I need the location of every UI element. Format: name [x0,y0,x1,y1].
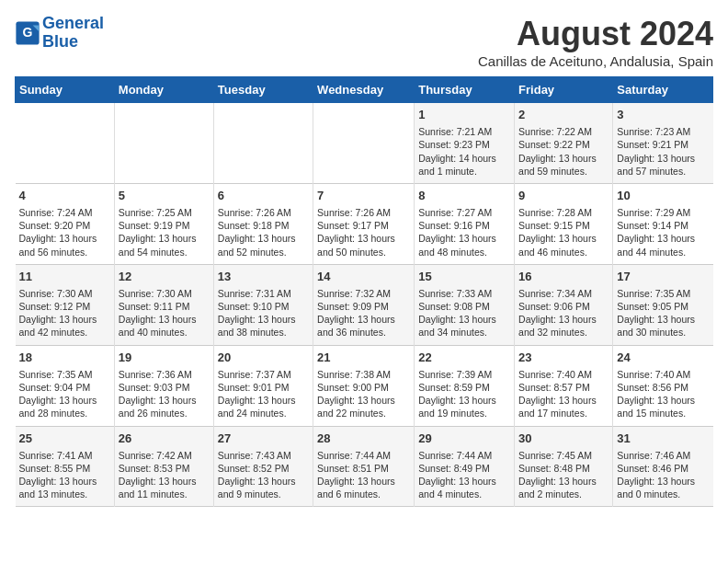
day-info: Sunset: 8:56 PM [617,381,709,394]
calendar-cell: 17Sunrise: 7:35 AMSunset: 9:05 PMDayligh… [613,264,713,345]
day-info: Daylight: 14 hours and 1 minute. [418,152,510,178]
day-info: Sunrise: 7:39 AM [418,368,510,381]
day-info: Sunrise: 7:43 AM [218,449,309,462]
day-number: 7 [317,188,410,204]
day-info: Sunset: 9:11 PM [119,300,210,313]
calendar-cell: 26Sunrise: 7:42 AMSunset: 8:53 PMDayligh… [114,426,213,507]
calendar-cell: 1Sunrise: 7:21 AMSunset: 9:23 PMDaylight… [415,103,515,184]
calendar-cell: 20Sunrise: 7:37 AMSunset: 9:01 PMDayligh… [213,345,313,426]
day-info: Sunrise: 7:26 AM [218,206,309,219]
calendar-cell: 11Sunrise: 7:30 AMSunset: 9:12 PMDayligh… [16,264,115,345]
day-number: 12 [119,269,210,285]
day-info: Sunrise: 7:33 AM [418,287,510,300]
day-info: Daylight: 13 hours and 44 minutes. [617,232,709,258]
day-number: 31 [617,431,709,447]
day-info: Sunrise: 7:36 AM [119,368,210,381]
calendar-cell: 8Sunrise: 7:27 AMSunset: 9:16 PMDaylight… [415,183,515,264]
calendar-cell: 18Sunrise: 7:35 AMSunset: 9:04 PMDayligh… [16,345,115,426]
calendar-cell: 12Sunrise: 7:30 AMSunset: 9:11 PMDayligh… [114,264,213,345]
calendar-cell: 6Sunrise: 7:26 AMSunset: 9:18 PMDaylight… [213,183,313,264]
day-info: Sunrise: 7:40 AM [518,368,609,381]
column-header-sunday: Sunday [16,77,115,103]
day-info: Daylight: 13 hours and 17 minutes. [518,394,609,419]
calendar-week-row: 11Sunrise: 7:30 AMSunset: 9:12 PMDayligh… [16,264,713,345]
column-header-monday: Monday [114,77,213,103]
day-info: Sunset: 9:06 PM [518,300,609,313]
day-info: Sunrise: 7:29 AM [617,206,709,219]
day-info: Sunset: 9:09 PM [317,300,410,313]
day-number: 27 [218,431,309,447]
calendar-cell: 9Sunrise: 7:28 AMSunset: 9:15 PMDaylight… [515,183,613,264]
day-info: Sunrise: 7:25 AM [119,206,210,219]
day-info: Sunrise: 7:45 AM [518,449,609,462]
day-number: 13 [218,269,309,285]
calendar-cell: 4Sunrise: 7:24 AMSunset: 9:20 PMDaylight… [16,183,115,264]
day-info: Sunrise: 7:21 AM [418,125,510,138]
column-header-wednesday: Wednesday [313,77,415,103]
day-info: Daylight: 13 hours and 57 minutes. [617,152,709,178]
calendar-cell: 27Sunrise: 7:43 AMSunset: 8:52 PMDayligh… [213,426,313,507]
day-info: Sunset: 9:14 PM [617,219,709,232]
day-info: Sunset: 8:55 PM [19,462,110,475]
calendar-week-row: 1Sunrise: 7:21 AMSunset: 9:23 PMDaylight… [16,103,713,184]
day-number: 23 [518,350,609,366]
day-info: Daylight: 13 hours and 26 minutes. [119,394,210,419]
day-info: Sunset: 8:46 PM [617,462,709,475]
calendar-cell: 19Sunrise: 7:36 AMSunset: 9:03 PMDayligh… [114,345,213,426]
column-header-tuesday: Tuesday [213,77,313,103]
day-info: Sunrise: 7:37 AM [218,368,309,381]
column-header-friday: Friday [515,77,613,103]
day-info: Sunset: 8:48 PM [518,462,609,475]
day-info: Sunrise: 7:44 AM [317,449,410,462]
day-info: Daylight: 13 hours and 56 minutes. [19,232,110,258]
calendar-header-row: SundayMondayTuesdayWednesdayThursdayFrid… [16,77,713,103]
calendar-cell: 15Sunrise: 7:33 AMSunset: 9:08 PMDayligh… [415,264,515,345]
calendar-cell: 7Sunrise: 7:26 AMSunset: 9:17 PMDaylight… [313,183,415,264]
calendar-cell: 22Sunrise: 7:39 AMSunset: 8:59 PMDayligh… [415,345,515,426]
day-info: Sunrise: 7:26 AM [317,206,410,219]
day-info: Sunset: 9:17 PM [317,219,410,232]
calendar-cell: 23Sunrise: 7:40 AMSunset: 8:57 PMDayligh… [515,345,613,426]
day-info: Daylight: 13 hours and 19 minutes. [418,394,510,419]
calendar-cell: 14Sunrise: 7:32 AMSunset: 9:09 PMDayligh… [313,264,415,345]
day-info: Daylight: 13 hours and 0 minutes. [617,475,709,500]
day-info: Daylight: 13 hours and 40 minutes. [119,313,210,339]
day-info: Daylight: 13 hours and 52 minutes. [218,232,309,258]
day-info: Sunset: 8:49 PM [418,462,510,475]
logo-text: General Blue [42,15,104,52]
day-info: Daylight: 13 hours and 24 minutes. [218,394,309,419]
day-number: 24 [617,350,709,366]
day-info: Daylight: 13 hours and 34 minutes. [418,313,510,339]
day-info: Daylight: 13 hours and 46 minutes. [518,232,609,258]
day-info: Sunset: 9:16 PM [418,219,510,232]
day-number: 9 [518,188,609,204]
day-info: Sunset: 9:08 PM [418,300,510,313]
day-number: 28 [317,431,410,447]
page-header: G General Blue August 2024 Canillas de A… [15,15,713,69]
day-info: Sunrise: 7:41 AM [19,449,110,462]
day-info: Sunset: 9:23 PM [418,138,510,151]
calendar-cell [313,103,415,184]
day-info: Sunset: 9:05 PM [617,300,709,313]
day-info: Daylight: 13 hours and 28 minutes. [19,394,110,419]
day-info: Sunset: 9:04 PM [19,381,110,394]
day-info: Daylight: 13 hours and 54 minutes. [119,232,210,258]
day-number: 8 [418,188,510,204]
calendar-cell: 2Sunrise: 7:22 AMSunset: 9:22 PMDaylight… [515,103,613,184]
day-info: Sunrise: 7:35 AM [19,368,110,381]
calendar-cell: 30Sunrise: 7:45 AMSunset: 8:48 PMDayligh… [515,426,613,507]
day-info: Sunset: 9:22 PM [518,138,609,151]
day-info: Daylight: 13 hours and 13 minutes. [19,475,110,500]
day-info: Sunrise: 7:44 AM [418,449,510,462]
calendar-cell: 29Sunrise: 7:44 AMSunset: 8:49 PMDayligh… [415,426,515,507]
day-info: Sunrise: 7:22 AM [518,125,609,138]
day-info: Sunset: 8:53 PM [119,462,210,475]
calendar-cell: 25Sunrise: 7:41 AMSunset: 8:55 PMDayligh… [16,426,115,507]
day-info: Daylight: 13 hours and 6 minutes. [317,475,410,500]
calendar-cell: 10Sunrise: 7:29 AMSunset: 9:14 PMDayligh… [613,183,713,264]
day-info: Sunset: 9:03 PM [119,381,210,394]
calendar-week-row: 4Sunrise: 7:24 AMSunset: 9:20 PMDaylight… [16,183,713,264]
day-number: 11 [19,269,110,285]
day-number: 30 [518,431,609,447]
day-info: Daylight: 13 hours and 50 minutes. [317,232,410,258]
